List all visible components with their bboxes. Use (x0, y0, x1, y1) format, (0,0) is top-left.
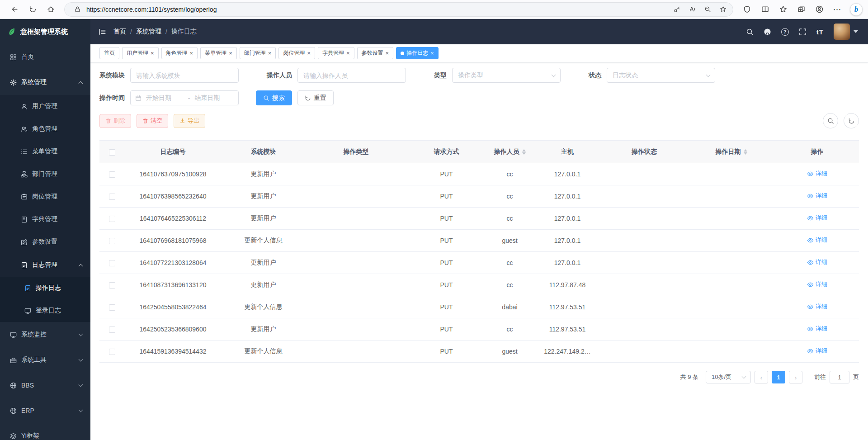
tab-5[interactable]: 岗位管理× (278, 47, 315, 59)
sidebar-item-system-mgmt[interactable]: 系统管理 (0, 70, 90, 95)
extension-shield-icon[interactable] (738, 2, 756, 17)
font-size-icon[interactable]: tT (816, 28, 824, 36)
module-input[interactable] (130, 68, 239, 83)
tab-3[interactable]: 菜单管理× (200, 47, 237, 59)
table-refresh-button[interactable] (844, 113, 859, 128)
breadcrumb-system-mgmt[interactable]: 系统管理 (136, 28, 161, 36)
tab-close-icon[interactable]: × (307, 50, 311, 56)
reset-button[interactable]: 重置 (297, 90, 334, 105)
github-icon[interactable] (764, 28, 771, 36)
read-aloud-icon[interactable] (686, 3, 698, 16)
row-checkbox[interactable] (109, 326, 115, 333)
tab-8[interactable]: 操作日志× (396, 47, 439, 59)
row-checkbox[interactable] (109, 238, 115, 244)
sidebar-item-sys-monitor[interactable]: 系统监控 (0, 322, 90, 347)
collections-icon[interactable] (792, 2, 810, 17)
sidebar-item-home[interactable]: 首页 (0, 44, 90, 70)
row-detail-link[interactable]: 详细 (807, 170, 827, 178)
browser-home-button[interactable] (42, 2, 60, 17)
row-checkbox[interactable] (109, 171, 115, 178)
row-detail-link[interactable]: 详细 (807, 280, 827, 289)
tab-close-icon[interactable]: × (430, 50, 434, 56)
user-avatar[interactable] (834, 24, 850, 40)
row-checkbox[interactable] (109, 304, 115, 311)
column-date[interactable]: 操作日期 (687, 141, 775, 163)
date-range-picker[interactable]: 开始日期 - 结束日期 (130, 90, 239, 105)
site-lock-icon[interactable] (71, 3, 84, 16)
row-checkbox[interactable] (109, 260, 115, 266)
search-button[interactable]: 搜索 (256, 90, 292, 105)
tab-close-icon[interactable]: × (190, 50, 193, 56)
tab-close-icon[interactable]: × (346, 50, 350, 56)
row-detail-link[interactable]: 详细 (807, 325, 827, 333)
zoom-out-icon[interactable] (701, 3, 714, 16)
password-key-icon[interactable] (670, 3, 683, 16)
sidebar-item-user-mgmt[interactable]: 用户管理 (0, 95, 90, 118)
row-detail-link[interactable]: 详细 (807, 347, 827, 355)
clear-button[interactable]: 清空 (137, 114, 168, 128)
sidebar-item-erp[interactable]: ERP (0, 398, 90, 423)
row-detail-link[interactable]: 详细 (807, 192, 827, 200)
favorites-bar-star-icon[interactable] (774, 2, 792, 17)
row-detail-link[interactable]: 详细 (807, 258, 827, 266)
bing-copilot-icon[interactable]: b (850, 3, 863, 16)
tab-1[interactable]: 用户管理× (122, 47, 159, 59)
sidebar-item-menu-mgmt[interactable]: 菜单管理 (0, 140, 90, 163)
sidebar-item-bbs[interactable]: BBS (0, 373, 90, 398)
row-checkbox[interactable] (109, 216, 115, 222)
row-detail-link[interactable]: 详细 (807, 303, 827, 311)
tab-close-icon[interactable]: × (386, 50, 389, 56)
page-size-select[interactable]: 10条/页 (706, 371, 751, 383)
url-text[interactable]: https://ccnetcore.com:1101/system/log/op… (86, 6, 668, 13)
tab-close-icon[interactable]: × (268, 50, 272, 56)
column-operator[interactable]: 操作人员 (486, 141, 533, 163)
export-button[interactable]: 导出 (174, 114, 205, 128)
tab-2[interactable]: 角色管理× (161, 47, 198, 59)
delete-button[interactable]: 删除 (99, 114, 131, 128)
favorite-star-icon[interactable] (717, 3, 729, 16)
table-search-toggle-button[interactable] (823, 113, 838, 128)
sidebar-item-login-log[interactable]: 登录日志 (0, 299, 90, 322)
browser-more-icon[interactable]: ⋯ (828, 2, 846, 17)
sidebar-item-post-mgmt[interactable]: 岗位管理 (0, 185, 90, 208)
fullscreen-icon[interactable] (799, 28, 807, 36)
sidebar-item-log-mgmt[interactable]: 日志管理 (0, 253, 90, 277)
browser-profile-icon[interactable] (810, 2, 828, 17)
browser-refresh-button[interactable] (24, 2, 42, 17)
row-checkbox[interactable] (109, 194, 115, 200)
tab-0[interactable]: 首页 (99, 47, 119, 59)
next-page-button[interactable]: › (789, 371, 802, 383)
sidebar-item-role-mgmt[interactable]: 角色管理 (0, 118, 90, 140)
split-screen-icon[interactable] (756, 2, 774, 17)
tab-4[interactable]: 部门管理× (240, 47, 276, 59)
operator-input[interactable] (297, 68, 406, 83)
tab-7[interactable]: 参数设置× (357, 47, 394, 59)
sort-icon[interactable] (522, 149, 526, 155)
sidebar-item-yi-framework[interactable]: Yi框架 (0, 423, 90, 440)
goto-page-input[interactable] (830, 371, 849, 383)
prev-page-button[interactable]: ‹ (755, 371, 768, 383)
sidebar-item-sys-tools[interactable]: 系统工具 (0, 347, 90, 373)
breadcrumb-home[interactable]: 首页 (113, 28, 126, 36)
row-detail-link[interactable]: 详细 (807, 236, 827, 244)
row-checkbox[interactable] (109, 349, 115, 355)
header-search-icon[interactable] (746, 28, 754, 36)
sidebar-toggle-icon[interactable] (99, 28, 106, 36)
help-icon[interactable]: ? (781, 28, 789, 36)
sidebar-item-dict-mgmt[interactable]: 字典管理 (0, 208, 90, 231)
tab-6[interactable]: 字典管理× (318, 47, 354, 59)
status-select[interactable]: 日志状态 (607, 68, 715, 83)
sidebar-item-oper-log[interactable]: 操作日志 (0, 277, 90, 299)
avatar-caret-icon[interactable] (854, 30, 858, 33)
browser-back-button[interactable] (5, 2, 24, 17)
row-checkbox[interactable] (109, 282, 115, 289)
sidebar-item-dept-mgmt[interactable]: 部门管理 (0, 163, 90, 185)
browser-address-bar[interactable]: https://ccnetcore.com:1101/system/log/op… (64, 2, 733, 17)
tab-close-icon[interactable]: × (229, 50, 232, 56)
page-1-button[interactable]: 1 (772, 371, 785, 383)
tab-close-icon[interactable]: × (151, 50, 154, 56)
type-select[interactable]: 操作类型 (452, 68, 561, 83)
select-all-checkbox[interactable] (109, 149, 115, 156)
row-detail-link[interactable]: 详细 (807, 214, 827, 222)
sidebar-item-param-settings[interactable]: 参数设置 (0, 231, 90, 253)
